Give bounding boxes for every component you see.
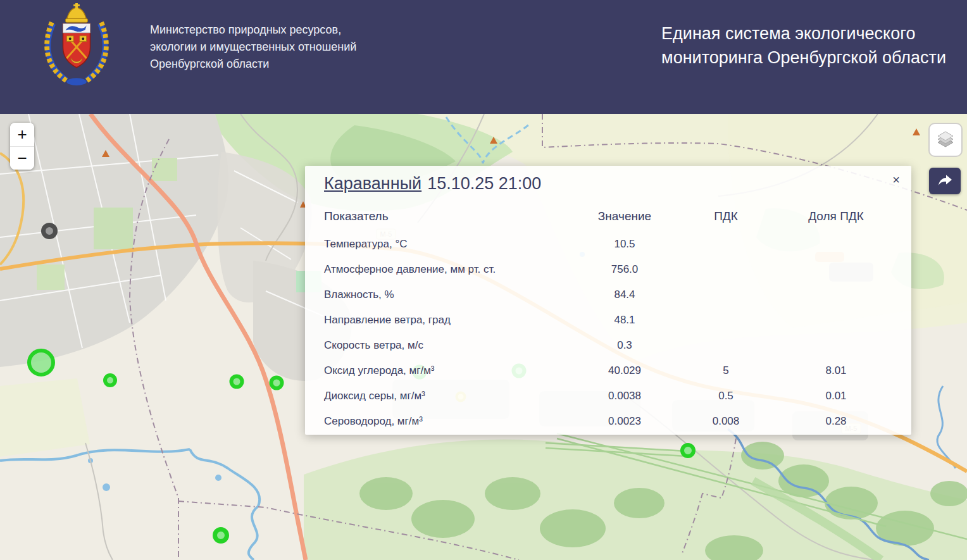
cell-value: 40.029 — [577, 364, 672, 377]
pollutant-row: Направление ветра, град48.1 — [324, 308, 892, 333]
zoom-out-button[interactable]: − — [10, 146, 34, 170]
share-button[interactable] — [929, 168, 961, 194]
pollutant-row: Сероводород, мг/м³0.00230.0080.28 — [324, 409, 892, 434]
popup-table-body: Температура, °C10.5Атмосферное давление,… — [324, 232, 892, 434]
station-marker-green[interactable] — [680, 443, 696, 458]
app-root: Министерство природных ресурсов, экологи… — [0, 0, 967, 560]
cell-label: Диоксид серы, мг/м³ — [324, 390, 577, 402]
ministry-line-1: Министерство природных ресурсов, — [150, 22, 356, 39]
cell-label: Сероводород, мг/м³ — [324, 415, 577, 428]
ministry-line-3: Оренбургской области — [150, 56, 356, 73]
cell-value: 0.0023 — [577, 415, 672, 428]
column-header-indicator: Показатель — [324, 209, 577, 223]
station-marker-green[interactable] — [213, 527, 229, 544]
system-title-line-1: Единая система экологического — [661, 22, 946, 46]
pollutant-row: Скорость ветра, м/с0.3 — [324, 333, 892, 358]
cell-value: 0.3 — [577, 339, 672, 352]
share-forward-icon — [937, 174, 952, 188]
station-popup: × Караванный15.10.25 21:00 Показатель Зн… — [305, 166, 911, 435]
table-header-row: Показатель Значение ПДК Доля ПДК — [324, 201, 892, 232]
cell-value: 756.0 — [577, 263, 672, 276]
station-marker-green[interactable] — [270, 376, 284, 390]
pollutant-row: Диоксид серы, мг/м³0.00380.50.01 — [324, 383, 892, 409]
map-canvas[interactable]: + − × Караванный15.10.25 21:00 — [0, 114, 967, 560]
layers-button[interactable] — [928, 123, 963, 157]
system-title: Единая система экологического мониторинг… — [661, 22, 946, 70]
cell-pdk: 5 — [672, 364, 780, 377]
cell-label: Температура, °C — [324, 238, 577, 251]
cell-value: 10.5 — [577, 238, 672, 251]
column-header-value: Значение — [577, 209, 672, 223]
cell-label: Оксид углерода, мг/м³ — [324, 364, 577, 377]
cell-value: 0.0038 — [577, 390, 672, 402]
site-header: Министерство природных ресурсов, экологи… — [0, 0, 967, 114]
system-title-line-2: мониторинга Оренбургской области — [661, 46, 946, 70]
station-marker-green[interactable] — [103, 373, 117, 387]
measurement-datetime: 15.10.25 21:00 — [427, 174, 541, 193]
pollutant-row: Влажность, %84.4 — [324, 282, 892, 308]
cell-value: 48.1 — [577, 314, 672, 327]
cell-share: 8.01 — [780, 364, 892, 377]
cell-label: Влажность, % — [324, 289, 577, 301]
pollutant-row: Атмосферное давление, мм рт. ст.756.0 — [324, 257, 892, 282]
cell-label: Атмосферное давление, мм рт. ст. — [324, 263, 577, 276]
cell-value: 84.4 — [577, 289, 672, 301]
cell-share: 0.28 — [780, 415, 892, 428]
pollutant-row: Температура, °C10.5 — [324, 232, 892, 257]
popup-title: Караванный15.10.25 21:00 — [324, 174, 892, 194]
ministry-name: Министерство природных ресурсов, экологи… — [150, 22, 356, 73]
cell-share: 0.01 — [780, 390, 892, 402]
measurements-table: Показатель Значение ПДК Доля ПДК Темпера… — [324, 201, 892, 434]
column-header-pdk: ПДК — [672, 209, 780, 223]
pollutant-row: Оксид углерода, мг/м³40.02958.01 — [324, 358, 892, 383]
ministry-line-2: экологии и имущественных отношений — [150, 39, 356, 56]
zoom-control: + − — [10, 123, 34, 170]
cell-label: Направление ветра, град — [324, 314, 577, 327]
zoom-in-button[interactable]: + — [10, 123, 34, 146]
cell-label: Скорость ветра, м/с — [324, 339, 577, 352]
close-icon[interactable]: × — [890, 171, 902, 189]
cell-pdk: 0.5 — [672, 390, 780, 402]
station-name-link[interactable]: Караванный — [324, 174, 421, 193]
layers-icon — [935, 129, 956, 151]
station-marker-gray[interactable] — [41, 223, 58, 239]
orenburg-coat-of-arms-icon — [39, 3, 114, 86]
column-header-pdk-share: Доля ПДК — [780, 209, 892, 223]
cell-pdk: 0.008 — [672, 415, 780, 428]
station-marker-green[interactable] — [230, 375, 244, 389]
station-marker-selected[interactable] — [27, 349, 55, 376]
